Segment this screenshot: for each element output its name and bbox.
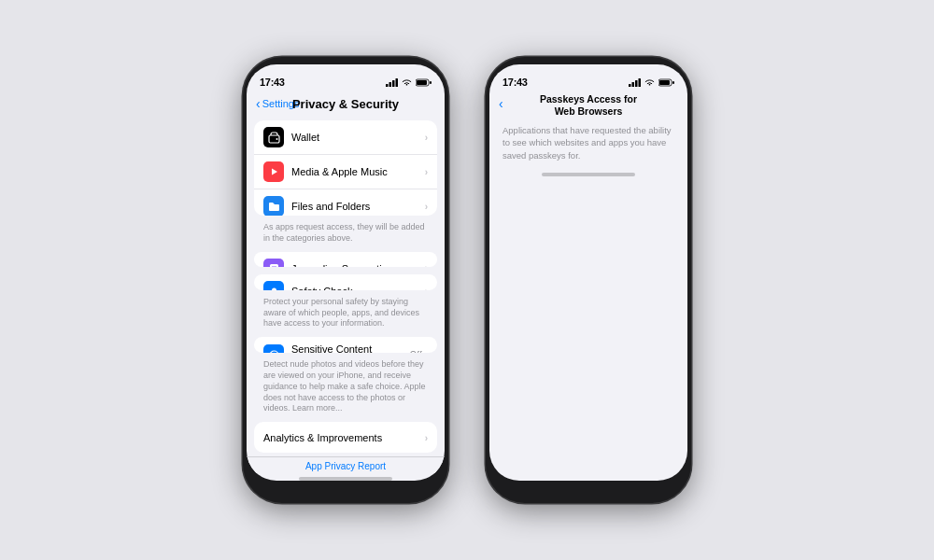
svg-rect-17 [632,82,635,87]
battery-icon-right [658,78,674,87]
passkeys-note: As apps request access, they will be add… [247,219,445,247]
files-row[interactable]: Files and Folders › [254,189,437,216]
sensitive-chevron: › [425,350,428,354]
status-icons-left [386,78,432,87]
sensitive-value: Off [410,350,422,354]
phone-right: 17:43 [486,57,691,503]
home-indicator-left [299,477,392,481]
journaling-group: Journaling Suggestions › [254,252,437,268]
phone-left: 17:43 [243,57,448,503]
sensitive-icon [263,344,284,353]
svg-point-14 [270,351,278,354]
files-chevron: › [425,202,428,212]
svg-rect-3 [396,78,399,87]
svg-rect-2 [392,80,395,87]
media-label: Media & Apple Music [291,166,425,177]
svg-rect-0 [386,84,389,87]
analytics-row[interactable]: Analytics & Improvements › [254,422,437,453]
sensitive-label: Sensitive Content Warning [291,343,410,353]
app-permissions-group: Wallet › Media & Apple Music › [254,120,437,216]
svg-rect-1 [389,82,392,87]
journaling-label: Journaling Suggestions [291,263,425,268]
detail-body: Applications that have requested the abi… [489,117,687,169]
nav-title-right: Passkeys Access for Web Browsers [539,93,638,117]
sensitive-row[interactable]: Sensitive Content Warning Off › [254,337,437,353]
svg-rect-5 [417,80,427,85]
journaling-row[interactable]: Journaling Suggestions › [254,252,437,268]
svg-point-8 [276,138,277,140]
svg-rect-22 [672,81,674,84]
sensitive-group: Sensitive Content Warning Off › [254,337,437,353]
bottom-label-left[interactable]: App Privacy Report [247,456,445,473]
status-time-left: 17:43 [260,77,285,88]
journaling-icon [263,259,284,268]
safety-label: Safety Check [291,286,425,290]
svg-point-13 [272,287,276,290]
safety-icon [263,281,284,290]
status-icons-right [629,78,674,87]
safety-chevron: › [425,287,428,290]
nav-title-left: Privacy & Security [292,97,399,111]
safety-row[interactable]: Safety Check › [254,274,437,290]
wallet-chevron: › [425,133,428,143]
battery-icon [416,78,432,87]
media-chevron: › [425,167,428,177]
screen-right: 17:43 [489,64,687,481]
back-chevron-icon-right: ‹ [499,96,503,111]
safety-note: Protect your personal safety by staying … [247,294,445,333]
wifi-icon [402,78,412,87]
home-indicator-right [542,173,635,176]
analytics-group: Analytics & Improvements › Apple Adverti… [254,422,437,453]
screen-left: 17:43 [247,64,445,481]
status-bar-left: 17:43 [247,64,445,94]
files-icon [263,196,284,216]
media-row[interactable]: Media & Apple Music › [254,155,437,189]
files-label: Files and Folders [291,201,425,212]
status-time-right: 17:43 [502,77,528,88]
svg-rect-19 [639,78,642,87]
signal-icon [386,78,398,87]
svg-rect-6 [430,81,432,84]
back-button-right[interactable]: ‹ [499,96,503,111]
wifi-icon-right [644,78,655,87]
wallet-row[interactable]: Wallet › [254,120,437,155]
safety-group: Safety Check › [254,274,437,290]
sensitive-note: Detect nude photos and videos before the… [247,357,445,417]
scene: 17:43 [243,57,691,503]
svg-rect-21 [659,80,670,85]
journaling-chevron: › [425,263,428,267]
analytics-chevron: › [425,433,428,443]
nav-bar-left: ‹ Settings Privacy & Security [247,94,445,117]
svg-rect-16 [629,84,631,87]
wallet-label: Wallet [291,132,425,143]
analytics-label: Analytics & Improvements [263,432,425,443]
media-icon [263,161,284,182]
signal-icon-right [629,78,641,87]
wallet-icon [263,127,284,147]
back-chevron-icon: ‹ [256,96,261,111]
nav-bar-right: ‹ Passkeys Access for Web Browsers [489,94,687,117]
scroll-content-left: Wallet › Media & Apple Music › [247,117,445,473]
svg-rect-18 [635,80,638,87]
status-bar-right: 17:43 [489,64,687,94]
